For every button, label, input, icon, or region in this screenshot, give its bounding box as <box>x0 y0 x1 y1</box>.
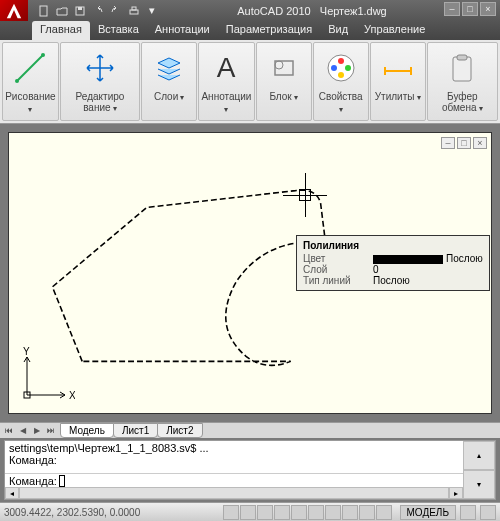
tab-annotate[interactable]: Аннотации <box>147 21 218 40</box>
polar-toggle[interactable] <box>274 505 290 520</box>
svg-point-14 <box>331 65 337 71</box>
sheet-tab-layout2[interactable]: Лист2 <box>157 423 202 438</box>
svg-rect-2 <box>78 7 82 10</box>
svg-text:A: A <box>217 52 236 83</box>
sheet-tab-model[interactable]: Модель <box>60 423 114 438</box>
svg-rect-15 <box>453 57 471 81</box>
status-space-button[interactable]: МОДЕЛЬ <box>400 505 456 520</box>
ribbon-panel: Рисование Редактиро вание Слои A Аннотац… <box>0 40 500 124</box>
new-icon[interactable] <box>36 3 52 19</box>
lwt-toggle[interactable] <box>359 505 375 520</box>
status-toggles <box>223 505 392 520</box>
drawing-area[interactable]: – □ × Полилиния ЦветПослою Слой0 Тип лин… <box>0 124 500 422</box>
svg-point-13 <box>338 72 344 78</box>
layout-tabs: ⏮ ◀ ▶ ⏭ Модель Лист1 Лист2 <box>0 422 500 438</box>
app-menu-button[interactable] <box>0 0 28 21</box>
measure-icon <box>379 47 417 89</box>
block-icon <box>265 47 303 89</box>
sheet-first-icon[interactable]: ⏮ <box>2 426 16 435</box>
undo-icon[interactable] <box>90 3 106 19</box>
svg-rect-3 <box>130 10 138 14</box>
qp-toggle[interactable] <box>376 505 392 520</box>
group-annotation[interactable]: A Аннотации <box>198 42 254 121</box>
tab-insert[interactable]: Вставка <box>90 21 147 40</box>
ortho-toggle[interactable] <box>257 505 273 520</box>
svg-rect-8 <box>275 61 293 75</box>
svg-rect-4 <box>132 7 136 10</box>
move-icon <box>81 47 119 89</box>
svg-text:X: X <box>69 390 75 401</box>
quick-access-toolbar: ▾ <box>32 3 164 19</box>
status-coordinates: 3009.4422, 2302.5390, 0.0000 <box>4 507 140 518</box>
ducs-toggle[interactable] <box>325 505 341 520</box>
cmd-hscroll[interactable]: ◂▸ <box>5 487 463 499</box>
sheet-last-icon[interactable]: ⏭ <box>44 426 58 435</box>
print-icon[interactable] <box>126 3 142 19</box>
command-input[interactable] <box>59 475 65 487</box>
layers-icon <box>150 47 188 89</box>
svg-point-11 <box>338 58 344 64</box>
osnap-toggle[interactable] <box>291 505 307 520</box>
titlebar: ▾ AutoCAD 2010 Чертеж1.dwg – □ × <box>0 0 500 21</box>
qat-more-icon[interactable]: ▾ <box>144 3 160 19</box>
sheet-prev-icon[interactable]: ◀ <box>16 426 30 435</box>
save-icon[interactable] <box>72 3 88 19</box>
tab-parametric[interactable]: Параметризация <box>218 21 320 40</box>
command-prompt: Команда: <box>9 475 57 487</box>
sheet-tab-layout1[interactable]: Лист1 <box>113 423 158 438</box>
snap-toggle[interactable] <box>223 505 239 520</box>
otrack-toggle[interactable] <box>308 505 324 520</box>
command-line[interactable]: settings\temp\Чертеж1_1_1_8083.sv$ ... К… <box>4 440 496 500</box>
svg-rect-16 <box>457 55 467 60</box>
status-extra2[interactable] <box>480 505 496 520</box>
grid-toggle[interactable] <box>240 505 256 520</box>
cmd-vscroll[interactable]: ▴▾ <box>463 441 495 499</box>
sheet-next-icon[interactable]: ▶ <box>30 426 44 435</box>
palette-icon <box>322 47 360 89</box>
svg-point-9 <box>275 61 283 69</box>
group-block[interactable]: Блок <box>256 42 312 121</box>
status-bar: 3009.4422, 2302.5390, 0.0000 МОДЕЛЬ <box>0 502 500 521</box>
svg-point-12 <box>345 65 351 71</box>
status-extra1[interactable] <box>460 505 476 520</box>
tab-home[interactable]: Главная <box>32 21 90 40</box>
tab-view[interactable]: Вид <box>320 21 356 40</box>
svg-point-5 <box>15 79 19 83</box>
group-draw[interactable]: Рисование <box>2 42 59 121</box>
svg-rect-0 <box>40 6 47 16</box>
dyn-toggle[interactable] <box>342 505 358 520</box>
group-utilities[interactable]: Утилиты <box>370 42 426 121</box>
svg-text:Y: Y <box>23 347 30 357</box>
ribbon-tabs: Главная Вставка Аннотации Параметризация… <box>0 21 500 40</box>
text-icon: A <box>207 47 245 89</box>
svg-point-6 <box>41 53 45 57</box>
command-history: settings\temp\Чертеж1_1_1_8083.sv$ ... К… <box>5 441 495 473</box>
maximize-button[interactable]: □ <box>462 2 478 16</box>
ucs-icon: X Y <box>19 347 75 403</box>
clipboard-icon <box>443 47 481 89</box>
minimize-button[interactable]: – <box>444 2 460 16</box>
redo-icon[interactable] <box>108 3 124 19</box>
tab-manage[interactable]: Управление <box>356 21 433 40</box>
tooltip-title: Полилиния <box>303 240 483 253</box>
group-properties[interactable]: Свойства <box>313 42 369 121</box>
close-button[interactable]: × <box>480 2 496 16</box>
group-modify[interactable]: Редактиро вание <box>60 42 140 121</box>
line-icon <box>11 47 49 89</box>
group-clipboard[interactable]: Буфер обмена <box>427 42 498 121</box>
open-icon[interactable] <box>54 3 70 19</box>
group-layers[interactable]: Слои <box>141 42 197 121</box>
entity-tooltip: Полилиния ЦветПослою Слой0 Тип линийПосл… <box>296 235 490 291</box>
